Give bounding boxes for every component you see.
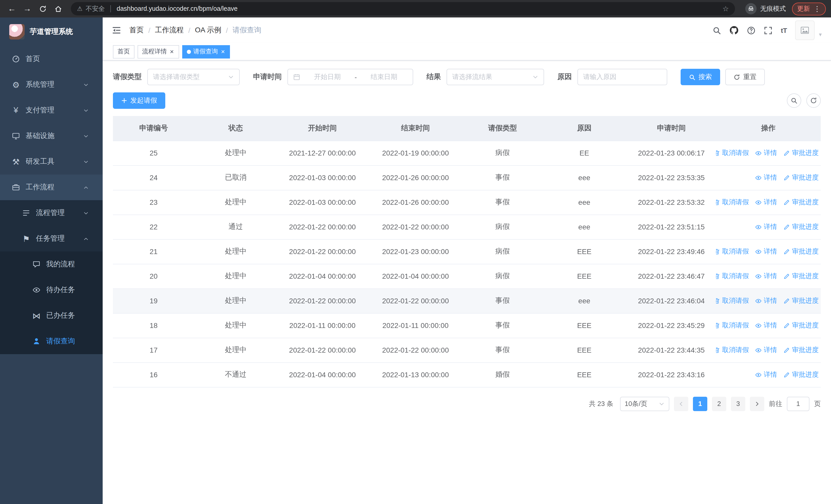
cell-actions: 取消请假详情审批进度: [716, 338, 821, 362]
detail-link[interactable]: 详情: [755, 346, 777, 355]
start-date-placeholder[interactable]: 开始日期: [304, 72, 351, 82]
close-tab-icon[interactable]: ×: [169, 48, 174, 55]
sidebar-item-home[interactable]: 首页: [0, 46, 103, 72]
app-header: 首页/工作流程/OA 示例/请假查询 tT: [103, 18, 831, 43]
security-label[interactable]: 不安全: [86, 4, 105, 13]
detail-link[interactable]: 详情: [755, 173, 777, 182]
column-header[interactable]: 申请时间: [627, 116, 716, 141]
update-chip[interactable]: 更新 ⋮: [792, 2, 826, 15]
detail-link[interactable]: 详情: [755, 271, 777, 281]
detail-link[interactable]: 详情: [755, 222, 777, 232]
url-bar[interactable]: ⚠ 不安全 dashboard.yudao.iocoder.cn/bpm/oa/…: [71, 2, 735, 16]
breadcrumb-item[interactable]: OA 示例: [195, 26, 222, 35]
github-icon[interactable]: [729, 26, 739, 35]
detail-link[interactable]: 详情: [755, 321, 777, 330]
cell-start-time: 2022-01-22 00:00:00: [277, 289, 368, 313]
column-header[interactable]: 结束时间: [368, 116, 463, 141]
approval-progress-link[interactable]: 审批进度: [783, 173, 819, 182]
approval-progress-link[interactable]: 审批进度: [783, 321, 819, 330]
leave-type-select[interactable]: 请选择请假类型: [147, 69, 240, 85]
cancel-leave-link[interactable]: 取消请假: [716, 346, 749, 355]
help-icon[interactable]: [747, 26, 755, 35]
page-button-2[interactable]: 2: [712, 396, 726, 411]
toggle-search-button[interactable]: [787, 93, 801, 108]
avatar-caret-icon[interactable]: ▾: [819, 31, 822, 38]
column-header[interactable]: 申请编号: [113, 116, 194, 141]
cancel-leave-link[interactable]: 取消请假: [716, 148, 749, 157]
tab[interactable]: 首页: [113, 45, 135, 58]
column-header[interactable]: 状态: [194, 116, 277, 141]
reason-input[interactable]: 请输入原因: [577, 69, 667, 85]
sidebar-item-system-management[interactable]: ⚙系统管理: [0, 72, 103, 97]
approval-progress-link[interactable]: 审批进度: [783, 247, 819, 256]
approval-progress-link[interactable]: 审批进度: [783, 296, 819, 305]
column-header[interactable]: 请假类型: [463, 116, 542, 141]
approval-progress-link[interactable]: 审批进度: [783, 370, 819, 379]
column-header[interactable]: 操作: [716, 116, 821, 141]
search-icon[interactable]: [712, 26, 721, 35]
breadcrumb-item[interactable]: 首页: [130, 26, 144, 35]
cell-end-time: 2022-01-19 00:00:00: [368, 141, 463, 165]
column-header[interactable]: 开始时间: [277, 116, 368, 141]
sidebar-item-todo-tasks[interactable]: 待办任务: [0, 277, 103, 303]
sidebar-item-workflow[interactable]: 工作流程: [0, 175, 103, 200]
detail-link[interactable]: 详情: [755, 247, 777, 256]
sidebar-item-payment-management[interactable]: ¥支付管理: [0, 97, 103, 123]
prev-page-button[interactable]: [674, 396, 688, 411]
detail-link[interactable]: 详情: [755, 296, 777, 305]
chevron-down-icon: [659, 401, 665, 407]
end-date-placeholder[interactable]: 结束日期: [360, 72, 407, 82]
cancel-leave-link[interactable]: 取消请假: [716, 296, 749, 305]
approval-progress-link[interactable]: 审批进度: [783, 222, 819, 232]
page-button-3[interactable]: 3: [731, 396, 745, 411]
close-tab-icon[interactable]: ×: [221, 48, 225, 55]
cancel-leave-link[interactable]: 取消请假: [716, 271, 749, 281]
create-leave-button[interactable]: 发起请假: [113, 92, 165, 109]
page-button-1[interactable]: 1: [693, 396, 707, 411]
font-size-icon[interactable]: tT: [781, 26, 787, 34]
apply-time-range-picker[interactable]: 开始日期 - 结束日期: [287, 69, 413, 85]
approval-progress-link[interactable]: 审批进度: [783, 148, 819, 157]
sidebar-item-done-tasks[interactable]: ⋈已办任务: [0, 303, 103, 328]
url-text[interactable]: dashboard.yudao.iocoder.cn/bpm/oa/leave: [117, 5, 238, 12]
home-icon[interactable]: [51, 2, 65, 16]
back-icon[interactable]: ←: [5, 2, 19, 16]
sidebar-item-my-process[interactable]: 我的流程: [0, 251, 103, 277]
forward-icon[interactable]: →: [21, 2, 34, 16]
cancel-leave-link[interactable]: 取消请假: [716, 198, 749, 207]
tab[interactable]: 请假查询×: [182, 45, 230, 58]
logo[interactable]: 芋道管理系统: [0, 18, 103, 46]
cancel-leave-link[interactable]: 取消请假: [716, 321, 749, 330]
approval-progress-link[interactable]: 审批进度: [783, 198, 819, 207]
table-row: 17处理中2022-01-22 00:00:002022-01-22 00:00…: [113, 338, 821, 362]
goto-page-input[interactable]: [787, 396, 809, 411]
detail-link[interactable]: 详情: [755, 370, 777, 379]
detail-link[interactable]: 详情: [755, 148, 777, 157]
reset-button[interactable]: 重置: [725, 69, 765, 85]
approval-progress-link[interactable]: 审批进度: [783, 271, 819, 281]
cell-apply-time: 2022-01-22 23:51:15: [627, 214, 716, 239]
sidebar-item-task-management[interactable]: ⚑任务管理: [0, 226, 103, 251]
sidebar-item-dev-tools[interactable]: ⚒研发工具: [0, 149, 103, 175]
result-select[interactable]: 请选择流结果: [447, 69, 544, 85]
avatar[interactable]: [795, 21, 815, 40]
search-button[interactable]: 搜索: [681, 69, 720, 85]
sidebar-item-infrastructure[interactable]: 基础设施: [0, 123, 103, 149]
collapse-menu-icon[interactable]: [112, 26, 121, 35]
bookmark-star-icon[interactable]: ☆: [722, 5, 729, 13]
reload-icon[interactable]: [36, 2, 49, 16]
column-header[interactable]: 原因: [542, 116, 627, 141]
approval-progress-link[interactable]: 审批进度: [783, 346, 819, 355]
next-page-button[interactable]: [750, 396, 764, 411]
browser-menu-dots-icon[interactable]: ⋮: [813, 5, 821, 13]
cancel-leave-link[interactable]: 取消请假: [716, 247, 749, 256]
chevron-down-icon: [532, 74, 539, 80]
refresh-table-button[interactable]: [806, 93, 821, 108]
sidebar-item-process-management[interactable]: 流程管理: [0, 200, 103, 226]
breadcrumb-item[interactable]: 工作流程: [155, 26, 184, 35]
tab[interactable]: 流程详情×: [138, 45, 179, 58]
fullscreen-icon[interactable]: [764, 26, 773, 35]
page-size-select[interactable]: 10条/页: [620, 396, 669, 411]
sidebar-item-leave-query[interactable]: 请假查询: [0, 328, 103, 354]
detail-link[interactable]: 详情: [755, 198, 777, 207]
